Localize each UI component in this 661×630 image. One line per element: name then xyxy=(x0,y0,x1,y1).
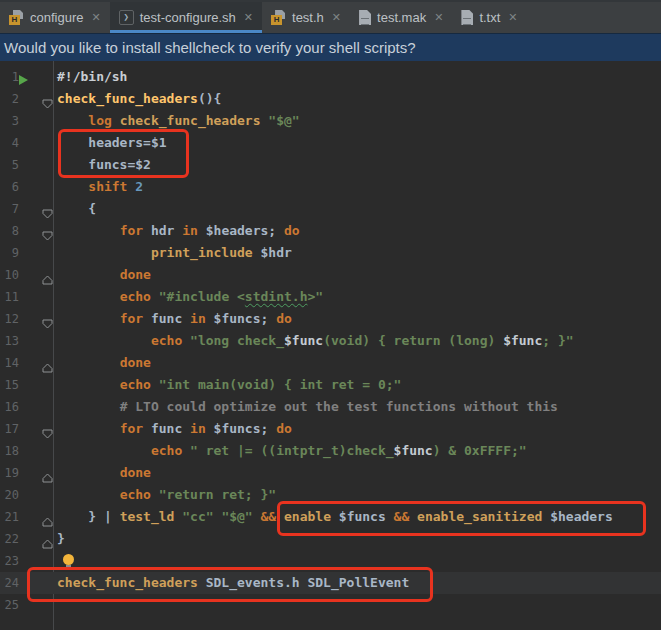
fold-icon[interactable] xyxy=(42,424,53,434)
notification-message: Would you like to install shellcheck to … xyxy=(4,39,416,56)
fold-icon[interactable] xyxy=(42,534,53,544)
fold-icon[interactable] xyxy=(42,270,53,280)
code-text[interactable]: { xyxy=(57,198,96,220)
run-icon[interactable] xyxy=(18,71,29,83)
code-line[interactable]: 24check_func_headers SDL_events.h SDL_Po… xyxy=(0,572,661,594)
code-line[interactable]: 22} xyxy=(0,528,661,550)
line-number: 25 xyxy=(0,594,19,616)
code-line[interactable]: 8 for hdr in $headers; do xyxy=(0,220,661,242)
line-number: 4 xyxy=(0,132,19,154)
code-line[interactable]: 17 for func in $funcs; do xyxy=(0,418,661,440)
fold-icon[interactable] xyxy=(42,204,53,214)
code-text[interactable]: } | test_ld "cc" "$@" && enable $funcs &… xyxy=(57,506,613,528)
code-line[interactable]: 5 funcs=$2 xyxy=(0,154,661,176)
close-icon[interactable]: ✕ xyxy=(434,11,443,24)
code-line[interactable]: 20 echo "return ret; }" xyxy=(0,484,661,506)
tab-test-configure-sh[interactable]: ❯ test-configure.sh ✕ xyxy=(110,2,262,33)
code-text[interactable]: headers=$1 xyxy=(57,132,167,154)
code-line[interactable]: 18 echo " ret |= ((intptr_t)check_$func)… xyxy=(0,440,661,462)
code-line[interactable]: 9 print_include $hdr xyxy=(0,242,661,264)
line-number: 21 xyxy=(0,506,19,528)
tab-configure[interactable]: H configure ✕ xyxy=(0,2,110,33)
tab-test-mak[interactable]: test.mak ✕ xyxy=(350,2,452,33)
code-line[interactable]: 4 headers=$1 xyxy=(0,132,661,154)
code-text[interactable]: print_include $hdr xyxy=(57,242,292,264)
code-line[interactable]: 13 echo "long check_$func(void) { return… xyxy=(0,330,661,352)
line-number: 23 xyxy=(0,550,19,572)
code-text[interactable]: echo "long check_$func(void) { return (l… xyxy=(57,330,574,352)
fold-icon[interactable] xyxy=(42,226,53,236)
code-text[interactable]: funcs=$2 xyxy=(57,154,151,176)
fold-icon[interactable] xyxy=(42,468,53,478)
tab-label: test.mak xyxy=(377,10,426,25)
notification-banner[interactable]: Would you like to install shellcheck to … xyxy=(0,33,661,61)
header-file-icon: H xyxy=(9,10,24,25)
code-text[interactable]: done xyxy=(57,264,151,286)
code-text[interactable]: echo " ret |= ((intptr_t)check_$func) & … xyxy=(57,440,527,462)
code-line[interactable]: 16 # LTO could optimize out the test fun… xyxy=(0,396,661,418)
code-line[interactable]: 25 xyxy=(0,594,661,616)
line-number: 9 xyxy=(0,242,19,264)
close-icon[interactable]: ✕ xyxy=(244,11,253,24)
close-icon[interactable]: ✕ xyxy=(332,11,341,24)
tab-bar: H configure ✕ ❯ test-configure.sh ✕ H te… xyxy=(0,0,661,33)
fold-icon[interactable] xyxy=(42,358,53,368)
header-file-icon: H xyxy=(271,10,286,25)
code-text[interactable]: for func in $funcs; do xyxy=(57,308,292,330)
code-text[interactable]: done xyxy=(57,462,151,484)
fold-icon[interactable] xyxy=(42,94,53,104)
line-number: 1 xyxy=(0,66,19,88)
code-line[interactable]: 15 echo "int main(void) { int ret = 0;" xyxy=(0,374,661,396)
code-text[interactable]: #!/bin/sh xyxy=(57,66,127,88)
code-line[interactable]: 10 done xyxy=(0,264,661,286)
code-text[interactable]: check_func_headers SDL_events.h SDL_Poll… xyxy=(57,572,409,594)
code-text[interactable]: check_func_headers(){ xyxy=(57,88,221,110)
tab-label: t.txt xyxy=(479,10,500,25)
code-line[interactable]: 6 shift 2 xyxy=(0,176,661,198)
code-text[interactable]: echo "#include <stdint.h>" xyxy=(57,286,323,308)
code-line[interactable]: 3 log check_func_headers "$@" xyxy=(0,110,661,132)
line-number: 3 xyxy=(0,110,19,132)
tab-test-h[interactable]: H test.h ✕ xyxy=(262,2,350,33)
tab-label: test-configure.sh xyxy=(140,10,236,25)
code-line[interactable]: 7 { xyxy=(0,198,661,220)
code-line[interactable]: 12 for func in $funcs; do xyxy=(0,308,661,330)
code-line[interactable]: 2check_func_headers(){ xyxy=(0,88,661,110)
text-file-icon xyxy=(461,10,473,25)
fold-icon[interactable] xyxy=(42,512,53,522)
code-text[interactable] xyxy=(57,550,74,572)
line-number: 24 xyxy=(0,572,19,594)
code-line[interactable]: 21 } | test_ld "cc" "$@" && enable $func… xyxy=(0,506,661,528)
code-text[interactable]: shift 2 xyxy=(57,176,143,198)
code-text[interactable]: echo "int main(void) { int ret = 0;" xyxy=(57,374,401,396)
code-line[interactable]: 23 xyxy=(0,550,661,572)
code-text[interactable]: } xyxy=(57,528,65,550)
code-text[interactable]: # LTO could optimize out the test functi… xyxy=(57,396,558,418)
code-text[interactable]: for hdr in $headers; do xyxy=(57,220,300,242)
code-line[interactable]: 14 done xyxy=(0,352,661,374)
line-number: 17 xyxy=(0,418,19,440)
fold-icon[interactable] xyxy=(42,314,53,324)
line-number: 20 xyxy=(0,484,19,506)
editor[interactable]: 1#!/bin/sh2check_func_headers(){3 log ch… xyxy=(0,61,661,630)
intention-bulb-icon[interactable] xyxy=(63,554,74,565)
code-line[interactable]: 11 echo "#include <stdint.h>" xyxy=(0,286,661,308)
line-number: 19 xyxy=(0,462,19,484)
line-number: 18 xyxy=(0,440,19,462)
line-number: 15 xyxy=(0,374,19,396)
line-number: 11 xyxy=(0,286,19,308)
close-icon[interactable]: ✕ xyxy=(508,11,517,24)
line-number: 14 xyxy=(0,352,19,374)
code-line[interactable]: 1#!/bin/sh xyxy=(0,66,661,88)
line-number: 16 xyxy=(0,396,19,418)
line-number: 6 xyxy=(0,176,19,198)
code-line[interactable]: 19 done xyxy=(0,462,661,484)
line-number: 5 xyxy=(0,154,19,176)
code-text[interactable]: done xyxy=(57,352,151,374)
code-text[interactable]: for func in $funcs; do xyxy=(57,418,292,440)
code-text[interactable]: echo "return ret; }" xyxy=(57,484,276,506)
code-text[interactable]: log check_func_headers "$@" xyxy=(57,110,300,132)
line-number: 8 xyxy=(0,220,19,242)
close-icon[interactable]: ✕ xyxy=(91,11,100,24)
tab-t-txt[interactable]: t.txt ✕ xyxy=(452,2,526,33)
